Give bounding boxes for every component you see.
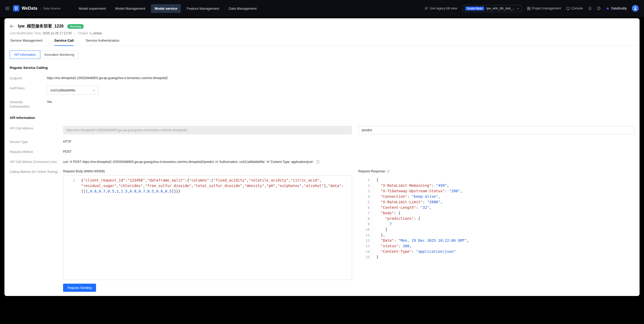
project-management-label: Project management (532, 7, 561, 10)
modification-time-label: Last Modification Time (10, 31, 41, 35)
line-number: 3 (358, 188, 373, 194)
code-line: 10 ] (358, 227, 634, 232)
subtab-group: API Information Invocation Monitoring (10, 51, 79, 59)
api-information-heading: API Information (10, 116, 634, 120)
request-response-title: Request Response i (358, 169, 634, 173)
code-text: "Date": "Mon, 29 Dec 2025 10:22:06 GMT", (373, 238, 634, 243)
code-line: 5 "X-RateLimit-Limit": "2000", (358, 199, 634, 205)
nav-item-feature-management[interactable]: Feature Management (183, 4, 223, 13)
code-line: 9 7 (358, 221, 634, 227)
code-line: 11 }, (358, 232, 634, 238)
code-line: 15} (358, 254, 634, 260)
meta-divider: | (74, 31, 75, 35)
creator-value: v_wnliao (90, 31, 102, 35)
legacy-bill-link[interactable]: Use legacy bill view (424, 7, 457, 10)
line-number: 13 (358, 243, 373, 249)
code-text: ] (373, 227, 634, 232)
grid-icon (527, 7, 530, 10)
line-number: 7 (358, 210, 373, 216)
request-body-editor[interactable]: 1{"client_request_id":"123456","datafram… (63, 175, 352, 280)
nav-utilities: Use legacy bill view Simple Mode lyw_emr… (424, 5, 639, 12)
copy-button[interactable] (316, 160, 320, 164)
help-button[interactable]: ? (597, 7, 601, 10)
bell-icon (588, 7, 592, 10)
main-content-card: lyw_模型服务部署_1226 Running Last Modificatio… (4, 18, 640, 296)
project-selector[interactable]: Simple Mode lyw_emr_dlc_test_... (462, 5, 522, 12)
tab-bar: Service Management Service Call Service … (4, 35, 640, 46)
code-line: 12 "Date": "Mon, 29 Dec 2025 10:22:06 GM… (358, 238, 634, 243)
tab-service-management[interactable]: Service Management (10, 39, 42, 46)
subtab-invocation-monitoring[interactable]: Invocation Monitoring (40, 51, 79, 59)
request-response-title-text: Request Response (358, 169, 385, 173)
user-avatar[interactable] (632, 5, 639, 12)
chevron-down-icon (93, 89, 95, 91)
copy-icon (316, 160, 320, 164)
code-line: 1{ (358, 177, 634, 183)
api-base-url-input (63, 126, 352, 134)
code-text: }, (373, 232, 634, 238)
nav-item-model-service[interactable]: Model service (151, 4, 181, 13)
code-line: 2 "X-RateLimit-Remaining": "499", (358, 183, 634, 188)
info-icon[interactable]: i (387, 170, 390, 173)
request-response-editor[interactable]: 1{2 "X-RateLimit-Remaining": "499",3 "X-… (358, 175, 634, 280)
menu-icon[interactable] (5, 7, 9, 10)
code-line: 14 "Content-Type": "application/json" (358, 249, 634, 254)
wedata-logo[interactable]: D WeData Data Science (13, 5, 60, 12)
chevron-down-icon (517, 7, 519, 9)
line-number (63, 183, 77, 189)
code-line: 6 "Content-Length": "32", (358, 205, 634, 210)
top-nav: D WeData Data Science Model experiment M… (0, 0, 644, 17)
line-number: 14 (358, 249, 373, 254)
page-header: lyw_模型服务部署_1226 Running Last Modificatio… (4, 18, 640, 35)
line-number: 15 (358, 254, 373, 260)
code-text: "Content-Type": "application/json" (373, 249, 634, 254)
code-text: "X-RateLimit-Limit": "2000", (373, 199, 634, 205)
line-number: 8 (358, 216, 373, 221)
line-number: 1 (358, 177, 373, 183)
tab-service-authentication[interactable]: Service Authentication (86, 39, 120, 46)
tab-service-call[interactable]: Service Call (54, 39, 74, 46)
code-line: 4 "Connection": "keep-alive", (358, 194, 634, 199)
request-body-title-text: Request Body (Within 600KB) (63, 169, 105, 173)
code-text: "residual_sugar","chlorides","free_sulfu… (77, 183, 352, 189)
line-number (63, 189, 77, 194)
svg-text:?: ? (598, 7, 599, 10)
primary-nav: Model experiment Model Management Model … (75, 4, 260, 13)
curl-command-label: API Call Method (Command Line) (10, 160, 63, 164)
code-text: [[1,0.8,0.7,0.5,1,1.5,0.8,0.7,0.5,0.8,0.… (77, 189, 352, 194)
authtoken-label: AuthToken: (10, 86, 47, 95)
brand-divider (40, 7, 41, 10)
back-button[interactable] (10, 24, 14, 28)
nav-item-model-management[interactable]: Model Management (111, 4, 149, 13)
endpoint-value: https://ms-8mwprkd2-100028448903.gw.ap-g… (47, 76, 168, 81)
product-name: WeData (22, 6, 37, 11)
console-link[interactable]: Console (566, 7, 583, 10)
page-title: lyw_模型服务部署_1226 (18, 24, 64, 29)
notifications-button[interactable] (588, 7, 592, 10)
line-number: 9 (358, 221, 373, 227)
code-line: 8 "predictions": [ (358, 216, 634, 221)
switch-icon (424, 7, 428, 10)
project-management-link[interactable]: Project management (527, 7, 561, 10)
code-text: "body": { (373, 210, 634, 216)
request-body-title: Request Body (Within 600KB) (63, 169, 352, 173)
line-number: 2 (358, 183, 373, 188)
authtoken-select[interactable]: cc421a58dafd49a (47, 86, 98, 95)
suite-name: Data Science (43, 7, 60, 10)
code-line: 13 "status": 200, (358, 243, 634, 249)
help-icon: ? (597, 7, 601, 10)
legacy-bill-label: Use legacy bill view (430, 7, 457, 10)
code-text: "X-TiGateway-Upstream-Status": "200", (373, 188, 634, 194)
api-path-input[interactable] (358, 126, 634, 134)
nav-item-data-management[interactable]: Data Management (225, 4, 260, 13)
subtab-api-information[interactable]: API Information (10, 51, 40, 59)
console-label: Console (572, 7, 583, 10)
curl-command: curl -X POST https://ms-8mwprkd2-1000284… (63, 160, 313, 164)
nav-item-model-experiment[interactable]: Model experiment (75, 4, 109, 13)
databuddy-label: DataBuddy (611, 7, 627, 10)
request-sending-button[interactable]: Request Sending (63, 284, 96, 292)
code-line: 3 "X-TiGateway-Upstream-Status": "200", (358, 188, 634, 194)
databuddy-button[interactable]: DataBuddy (606, 7, 627, 10)
databuddy-icon (606, 7, 610, 10)
code-text: "status": 200, (373, 243, 634, 249)
